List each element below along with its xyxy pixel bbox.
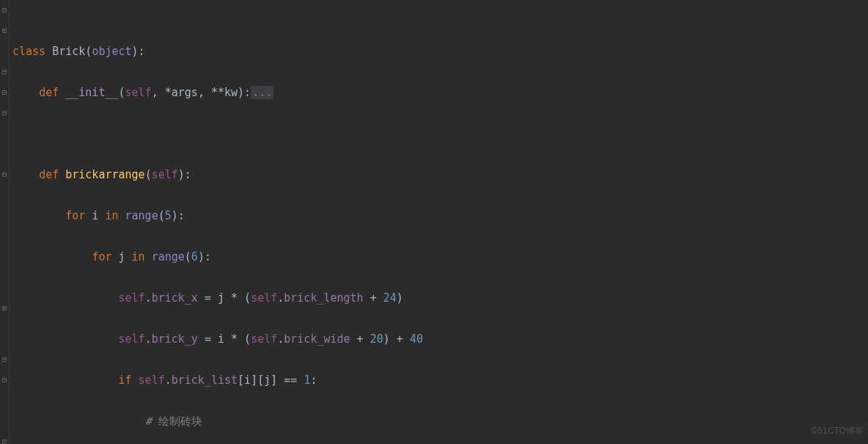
fold-toggle-icon[interactable]: ⊟: [1, 376, 8, 384]
code-line: def __init__(self, *args, **kw):...: [12, 82, 868, 103]
fold-toggle-icon[interactable]: ⊞: [1, 27, 8, 34]
fold-toggle-icon[interactable]: ⊟: [1, 89, 8, 96]
code-line: for j in range(6):: [12, 247, 868, 267]
code-editor[interactable]: ⊟⊞⊟⊟⊟⊟⊞⊟⊟⊟ class Brick(object): def __in…: [0, 0, 868, 444]
blank-line: [12, 123, 868, 144]
code-line: self.brick_y = i * (self.brick_wide + 20…: [12, 329, 868, 349]
code-line: self.brick_x = j * (self.brick_length + …: [12, 288, 868, 308]
code-line: if self.brick_list[i][j] == 1:: [12, 370, 868, 390]
comment-line: # 绘制砖块: [12, 411, 868, 432]
method-name: brickarrange: [65, 168, 144, 181]
keyword-class: class: [12, 45, 45, 58]
dunder-init: __init__: [65, 86, 118, 99]
keyword-def: def: [39, 86, 59, 99]
fold-toggle-icon[interactable]: ⊟: [1, 109, 8, 117]
fold-toggle-icon[interactable]: ⊟: [1, 438, 8, 444]
builtin-object: object: [92, 45, 131, 58]
fold-toggle-icon[interactable]: ⊟: [1, 356, 8, 363]
fold-toggle-icon[interactable]: ⊟: [1, 68, 8, 76]
self-param: self: [125, 86, 152, 99]
fold-gutter[interactable]: ⊟⊞⊟⊟⊟⊟⊞⊟⊟⊟: [0, 0, 10, 444]
watermark-label: ©51CTO博客: [812, 421, 864, 441]
fold-toggle-icon[interactable]: ⊟: [1, 7, 8, 14]
fold-ellipsis[interactable]: ...: [251, 86, 273, 99]
class-name: Brick: [52, 45, 85, 58]
code-line: for i in range(5):: [12, 205, 868, 226]
code-line: def brickarrange(self):: [12, 164, 868, 185]
fold-toggle-icon[interactable]: ⊟: [1, 171, 8, 178]
code-area[interactable]: class Brick(object): def __init__(self, …: [10, 0, 868, 444]
code-line: class Brick(object):: [12, 41, 868, 62]
fold-toggle-icon[interactable]: ⊞: [1, 305, 8, 312]
